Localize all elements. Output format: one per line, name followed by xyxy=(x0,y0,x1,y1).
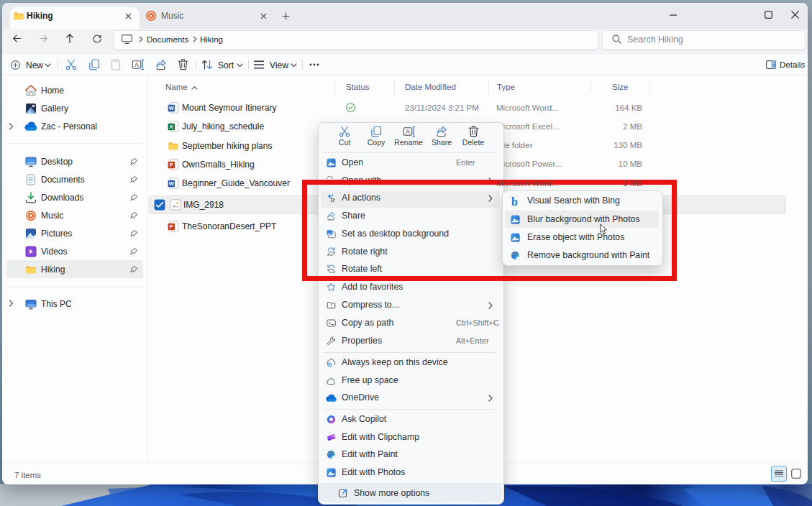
svg-text:A: A xyxy=(134,61,139,68)
svg-text:P: P xyxy=(170,162,173,168)
svg-text:A: A xyxy=(406,128,410,135)
svg-text:W: W xyxy=(169,180,175,187)
svg-text:X: X xyxy=(170,124,173,130)
svg-text:P: P xyxy=(170,224,173,230)
svg-text:W: W xyxy=(169,105,175,111)
